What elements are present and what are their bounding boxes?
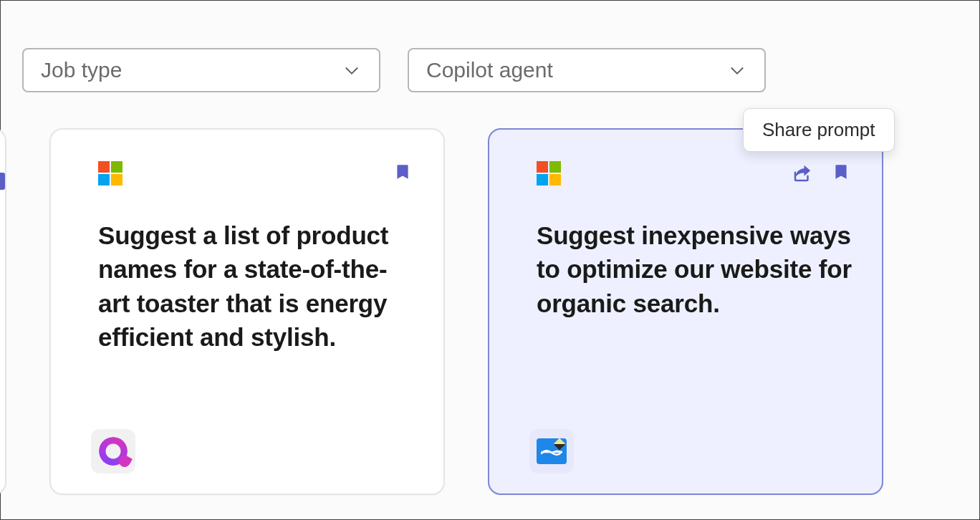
card-actions [792, 161, 852, 186]
prompt-card[interactable]: Suggest inexpensive ways to optimize our… [488, 128, 883, 495]
prompt-text: Suggest a list of product names for a st… [98, 218, 413, 354]
prompt-cards-row: Suggest a list of product names for a st… [0, 128, 883, 495]
card-accent [0, 173, 5, 190]
copilot-agent-dropdown[interactable]: Copilot agent [408, 48, 766, 92]
card-header [98, 161, 413, 193]
share-prompt-tooltip: Share prompt [743, 108, 895, 152]
bookmark-icon[interactable] [393, 161, 413, 186]
app-badge [91, 429, 135, 473]
chevron-down-icon [342, 60, 362, 80]
app-badge [529, 429, 574, 473]
microsoft-logo-icon [98, 161, 123, 186]
share-icon[interactable] [792, 163, 813, 184]
bookmark-icon[interactable] [832, 161, 852, 186]
prompt-card-prev[interactable] [0, 128, 6, 495]
prompt-text: Suggest inexpensive ways to optimize our… [537, 218, 852, 320]
job-type-dropdown[interactable]: Job type [22, 48, 380, 92]
whiteboard-icon [537, 438, 567, 464]
card-header [537, 161, 852, 193]
card-actions [393, 161, 413, 186]
prompt-card[interactable]: Suggest a list of product names for a st… [49, 128, 445, 495]
loop-icon [99, 437, 128, 466]
microsoft-logo-icon [537, 161, 561, 186]
filter-row: Job type Copilot agent [22, 48, 766, 92]
job-type-label: Job type [41, 58, 122, 82]
tooltip-text: Share prompt [762, 119, 875, 140]
copilot-agent-label: Copilot agent [426, 58, 553, 82]
chevron-down-icon [727, 60, 747, 80]
